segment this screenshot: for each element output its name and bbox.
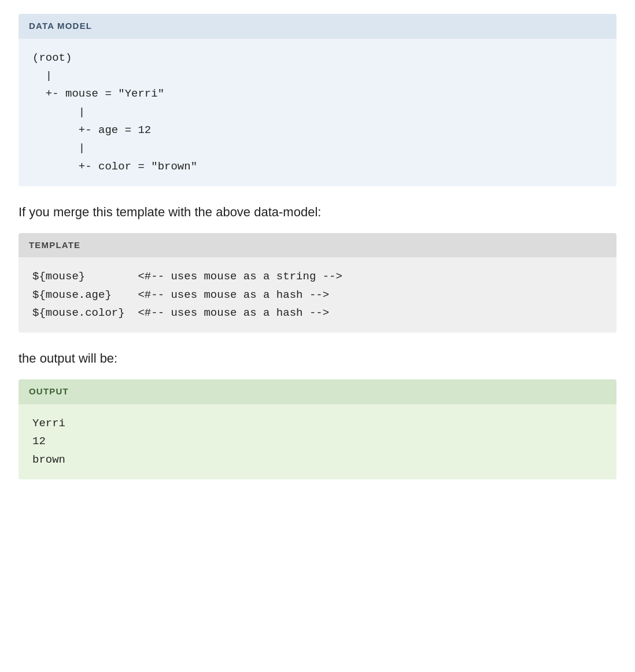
- template-content: ${mouse} <#-- uses mouse as a string -->…: [19, 257, 616, 333]
- data-model-content: (root) | +- mouse = "Yerri" | +- age = 1…: [19, 39, 616, 186]
- data-model-block: DATA MODEL (root) | +- mouse = "Yerri" |…: [19, 14, 616, 186]
- output-content: Yerri 12 brown: [19, 404, 616, 479]
- template-block: TEMPLATE ${mouse} <#-- uses mouse as a s…: [19, 233, 616, 333]
- prose-text-2: the output will be:: [19, 349, 616, 368]
- prose-text-1: If you merge this template with the abov…: [19, 202, 616, 221]
- output-header: OUTPUT: [19, 379, 616, 404]
- output-block: OUTPUT Yerri 12 brown: [19, 379, 616, 479]
- data-model-header: DATA MODEL: [19, 14, 616, 39]
- template-header: TEMPLATE: [19, 233, 616, 258]
